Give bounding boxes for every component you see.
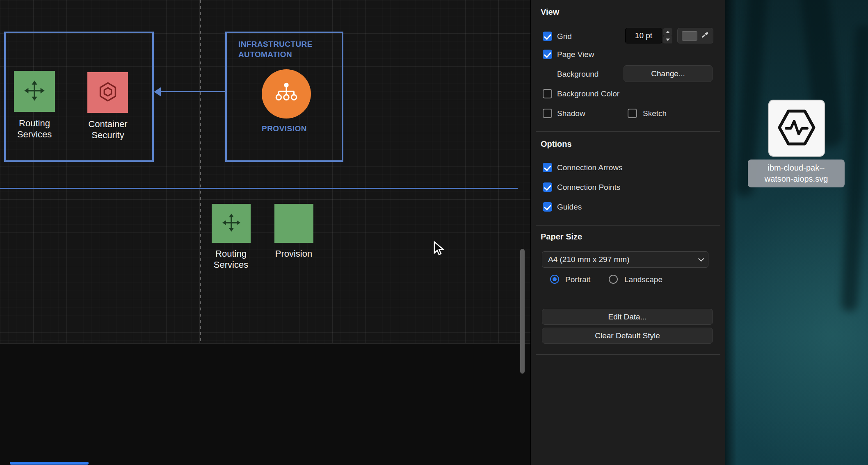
up-arrow-icon [666,31,670,33]
connection-arrows-label: Connection Arrows [557,163,622,172]
shape-provision-2[interactable] [274,204,313,243]
options-heading: Options [541,139,572,149]
page-view-label: Page View [557,50,594,59]
grid-size-input[interactable] [625,28,662,43]
background-color-label: Background Color [557,89,619,98]
horizontal-scrollbar[interactable] [10,462,89,465]
divider [536,354,720,355]
hexagon-security-icon [97,81,119,104]
file-name-line-2: watson-aiops.svg [750,173,842,185]
background-label: Background [557,70,598,79]
shape-routing-services-2[interactable] [212,204,251,243]
stepper-down-button[interactable] [663,36,672,43]
shape-provision-node[interactable] [262,69,311,119]
down-arrow-icon [666,39,670,41]
connection-points-label: Connection Points [557,183,620,192]
grid-label: Grid [557,32,572,41]
desktop-file-icon-label[interactable]: ibm-cloud-pak-- watson-aiops.svg [748,160,845,187]
paper-size-select[interactable]: A4 (210 mm x 297 mm) [542,251,708,268]
connection-points-checkbox[interactable] [543,182,552,192]
background-change-button[interactable]: Change... [624,65,713,82]
vertical-scrollbar[interactable] [520,249,525,374]
landscape-label: Landscape [624,275,662,284]
shadow-label: Shadow [557,109,585,118]
container-infrastructure-automation[interactable]: INFRASTRUCTURE AUTOMATION PROVISION [225,32,343,162]
portrait-label: Portrait [565,275,590,284]
routing-icon [222,213,241,234]
eyedropper-icon [701,31,709,41]
file-name-line-1: ibm-cloud-pak-- [750,162,842,173]
screen: Routing Services Container Security INFR… [0,0,868,465]
hierarchy-icon [273,80,300,108]
stepper-up-button[interactable] [663,28,672,36]
paper-size-heading: Paper Size [541,232,582,242]
color-swatch [682,31,697,41]
connector-arrowhead [154,87,161,96]
node-label: PROVISION [227,124,342,133]
sketch-label: Sketch [643,109,667,118]
connection-arrows-checkbox[interactable] [543,163,552,172]
shape-routing-services[interactable] [14,71,55,112]
grid-size-stepper [663,28,672,43]
horizontal-edge-line[interactable] [0,188,518,189]
shape-label: Routing Services [10,118,59,140]
connector-edge[interactable] [160,91,225,92]
tree-silhouette [841,24,868,312]
shape-label: Provision [265,248,323,260]
shape-label: Routing Services [206,248,256,271]
format-panel: View Grid Page View Background Change...… [530,0,725,465]
ibm-hexagon-pulse-icon [776,107,817,150]
container-title: INFRASTRUCTURE AUTOMATION [227,33,325,59]
window-shadow [725,0,737,465]
view-heading: View [541,7,559,17]
vertical-guide-line [200,0,201,344]
grid-color-button[interactable] [677,28,713,43]
guides-checkbox[interactable] [543,202,552,212]
divider [536,131,720,132]
routing-icon [23,80,46,103]
paper-size-selected-value: A4 (210 mm x 297 mm) [548,255,630,264]
clear-default-style-button[interactable]: Clear Default Style [542,328,713,344]
sketch-checkbox[interactable] [628,109,637,118]
background-color-checkbox[interactable] [543,89,552,98]
guides-label: Guides [557,203,582,212]
diagram-canvas[interactable]: Routing Services Container Security INFR… [0,0,530,465]
divider [536,225,720,226]
page-view-checkbox[interactable] [543,50,552,59]
shape-label: Container Security [83,119,133,141]
shape-container-security[interactable] [87,72,128,113]
desktop-wallpaper: ibm-cloud-pak-- watson-aiops.svg [725,0,868,465]
edit-data-button[interactable]: Edit Data... [542,309,713,325]
desktop-file-icon-svg[interactable] [768,100,825,157]
grid-checkbox[interactable] [543,32,552,41]
chevron-down-icon [698,256,704,262]
portrait-radio[interactable] [550,275,559,284]
landscape-radio[interactable] [609,275,618,284]
shadow-checkbox[interactable] [543,109,552,118]
